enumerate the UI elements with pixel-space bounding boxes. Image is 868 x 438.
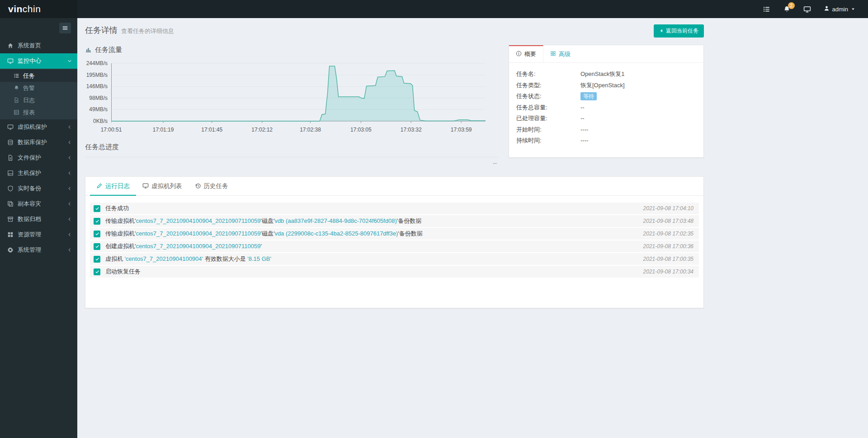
x-axis-tick-label: 17:01:45: [201, 127, 222, 133]
log-message: 传输虚拟机'centos7_7_20210904100904_202109071…: [105, 217, 634, 225]
sidebar-subitem-label: 任务: [23, 72, 35, 80]
page-subtitle: 查看任务的详细信息: [121, 27, 174, 35]
bar-chart-icon: [85, 46, 92, 54]
field-label: 开始时间:: [516, 124, 580, 136]
summary-field-row: 持续时间:----: [516, 135, 696, 146]
summary-field-row: 任务名:OpenStack恢复1: [516, 69, 696, 80]
log-text: 虚拟机: [105, 255, 125, 262]
check-icon: [94, 256, 100, 263]
console-monitor-icon[interactable]: [803, 5, 811, 13]
log-message: 传输虚拟机'centos7_7_20210904100904_202109071…: [105, 230, 634, 238]
user-icon: [824, 5, 830, 13]
notifications-button[interactable]: 2: [783, 5, 791, 13]
info-icon: [516, 51, 522, 58]
log-text: '磁盘': [260, 217, 274, 224]
sidebar-subitem-label: 告警: [23, 84, 35, 92]
summary-fields: 任务名:OpenStack恢复1任务类型:恢复[OpenStack]任务状态:等…: [509, 63, 703, 152]
sidebar-item-monitor-center[interactable]: 监控中心: [0, 53, 77, 69]
log-object-name[interactable]: centos7_7_20210904100904_20210907110059: [136, 243, 260, 250]
x-axis-tick-label: 17:03:32: [401, 127, 422, 133]
log-text: '磁盘': [260, 230, 274, 237]
field-value: ----: [580, 135, 588, 146]
traffic-chart-panel: 任务流量 244MB/s195MB/s146MB/s98MB/s49MB/s0K…: [85, 45, 498, 166]
sidebar-item-resource-management[interactable]: 资源管理: [0, 227, 77, 242]
sidebar-collapse-button[interactable]: [59, 23, 71, 33]
tab-label: 历史任务: [204, 182, 228, 190]
log-row: 虚拟机 'centos7_7_20210904100904' 有效数据大小是 '…: [90, 253, 699, 265]
x-axis-tick-label: 17:02:12: [251, 127, 273, 133]
log-text: 创建虚拟机': [105, 243, 136, 250]
status-badge: 等待: [580, 92, 597, 100]
sidebar-item-system-home[interactable]: 系统首页: [0, 38, 77, 53]
sidebar-subitem-label: 日志: [23, 96, 35, 104]
traffic-area-chart: [111, 61, 486, 126]
sidebar-header: [0, 18, 77, 38]
y-axis-tick-label: 98MB/s: [89, 95, 108, 101]
sidebar-item-copy-disaster-recovery[interactable]: 副本容灾: [0, 196, 77, 212]
chart-title: 任务流量: [85, 46, 498, 54]
task-queue-icon[interactable]: [763, 5, 770, 13]
field-value: --: [580, 102, 585, 113]
sidebar-item-vm-protection[interactable]: 虚拟机保护: [0, 119, 77, 135]
sidebar-item-label: 文件保护: [18, 154, 41, 162]
log-text: 任务成功: [105, 205, 129, 212]
log-time: 2021-09-08 17:00:36: [634, 243, 693, 250]
shield-icon: [7, 185, 14, 192]
y-axis-tick-label: 49MB/s: [89, 106, 108, 113]
tab-vm-list[interactable]: 虚拟机列表: [136, 177, 189, 196]
check-icon: [94, 205, 100, 212]
log-object-name[interactable]: '8.15 GB': [247, 255, 271, 262]
user-menu[interactable]: admin: [824, 5, 855, 13]
sidebar-item-database-protection[interactable]: 数据库保护: [0, 135, 77, 150]
chevron-left-icon: [67, 217, 72, 221]
back-to-current-task-button[interactable]: 返回当前任务: [654, 24, 704, 38]
chevron-left-icon: [67, 155, 72, 160]
log-row: 创建虚拟机'centos7_7_20210904100904_202109071…: [90, 240, 699, 252]
copy-icon: [7, 201, 14, 207]
log-object-name[interactable]: vdb (aa837e9f-2827-4884-9d8c-7024f605fd0…: [274, 217, 396, 224]
sidebar-item-host-protection[interactable]: 主机保护: [0, 165, 77, 181]
check-icon: [94, 231, 100, 237]
sidebar-subitem-reports[interactable]: 报表: [0, 106, 77, 118]
tab-history-tasks[interactable]: 历史任务: [189, 177, 235, 196]
archive-icon: [7, 216, 14, 222]
log-object-name[interactable]: centos7_7_20210904100904_20210907110059: [136, 217, 260, 224]
history-icon: [195, 183, 201, 190]
log-time: 2021-09-08 17:04:10: [634, 205, 693, 212]
log-object-name[interactable]: 'centos7_7_20210904100904': [125, 255, 203, 262]
chevron-left-icon: [67, 125, 72, 129]
app-logo[interactable]: vinchin: [0, 0, 77, 18]
tab-overview[interactable]: 概要: [509, 45, 543, 62]
sidebar-item-system-management[interactable]: 系统管理: [0, 242, 77, 258]
file-icon: [7, 155, 14, 161]
tab-advanced[interactable]: 高级: [543, 45, 577, 62]
back-button-label: 返回当前任务: [666, 27, 698, 35]
sidebar-item-realtime-backup[interactable]: 实时备份: [0, 181, 77, 196]
tab-label: 高级: [559, 50, 571, 58]
total-progress-title: 任务总进度: [85, 143, 498, 151]
database-icon: [7, 139, 14, 146]
log-text: '备份数据: [398, 230, 422, 237]
log-object-name[interactable]: vda (2299008c-c135-4ba2-8525-8097617dff3…: [274, 230, 398, 237]
log-object-name[interactable]: centos7_7_20210904100904_20210907110059: [136, 230, 260, 237]
topbar: vinchin 2 admin: [0, 0, 868, 18]
sidebar-item-data-archive[interactable]: 数据归档: [0, 212, 77, 227]
sidebar-item-label: 数据库保护: [18, 138, 47, 146]
chevron-left-icon: [67, 171, 72, 175]
tab-label: 虚拟机列表: [151, 182, 182, 190]
sidebar-submenu: 任务告警日志报表: [0, 69, 77, 119]
tab-run-log[interactable]: 运行日志: [90, 177, 136, 196]
sidebar-subitem-alerts[interactable]: 告警: [0, 82, 77, 94]
bell-icon: [14, 85, 19, 91]
monitor-icon: [7, 58, 14, 64]
summary-field-row: 任务类型:恢复[OpenStack]: [516, 80, 696, 91]
chevron-left-icon: [67, 248, 72, 252]
sidebar-subitem-tasks[interactable]: 任务: [0, 70, 77, 82]
log-time: 2021-09-08 17:02:35: [634, 231, 693, 237]
grid4-icon: [550, 51, 556, 58]
field-value: OpenStack恢复1: [580, 69, 625, 80]
sidebar-item-file-protection[interactable]: 文件保护: [0, 150, 77, 165]
sidebar-subitem-logs[interactable]: 日志: [0, 94, 77, 106]
field-value: --: [580, 113, 585, 124]
log-message: 启动恢复任务: [105, 268, 634, 276]
